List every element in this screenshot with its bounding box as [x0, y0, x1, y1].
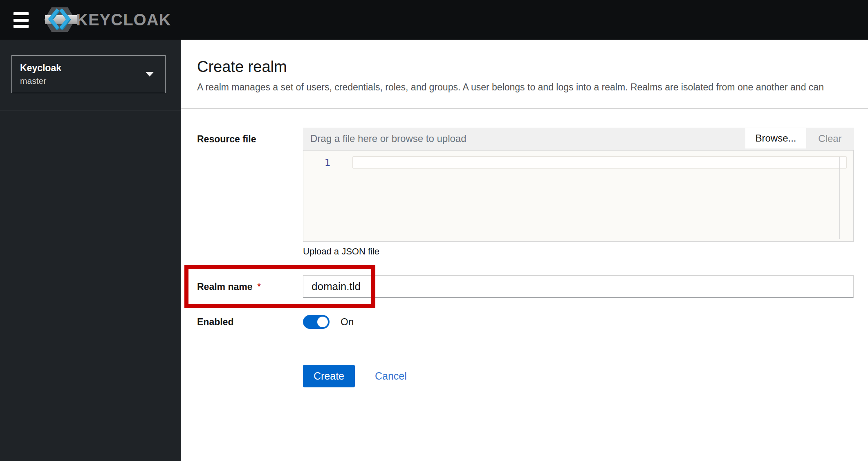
- page-description: A realm manages a set of users, credenti…: [197, 81, 868, 93]
- editor-scrollbar[interactable]: [839, 157, 840, 239]
- chevron-down-icon: [146, 72, 154, 76]
- current-realm-name: master: [20, 76, 146, 86]
- hamburger-menu-button[interactable]: [11, 11, 31, 29]
- realm-name-label: Realm name*: [197, 280, 261, 293]
- editor-line-number: 1: [303, 157, 330, 169]
- resource-file-label: Resource file: [197, 133, 256, 145]
- cancel-link[interactable]: Cancel: [375, 365, 407, 387]
- file-upload-filename-input[interactable]: [303, 128, 745, 150]
- keycloak-logo[interactable]: KEYCLOAK: [43, 7, 171, 33]
- realm-switcher-dropdown[interactable]: Keycloak master: [11, 55, 166, 93]
- masthead: KEYCLOAK: [0, 0, 868, 40]
- hamburger-icon: [13, 12, 29, 15]
- json-code-editor[interactable]: 1: [303, 150, 854, 242]
- clear-button[interactable]: Clear: [806, 128, 854, 150]
- toggle-state-label: On: [341, 316, 354, 328]
- create-realm-page: Create realm A realm manages a set of us…: [181, 40, 868, 461]
- content-divider: [181, 108, 868, 109]
- toggle-knob-icon: [317, 317, 328, 327]
- file-upload-field: Browse... Clear: [303, 128, 854, 150]
- enabled-toggle[interactable]: [303, 315, 330, 329]
- keycloak-hexagon-icon: [43, 7, 79, 33]
- sidebar: Keycloak master: [0, 40, 181, 461]
- realm-switcher-title: Keycloak: [20, 63, 146, 74]
- editor-current-line: [352, 156, 847, 169]
- brand-text: KEYCLOAK: [76, 11, 171, 29]
- page-title: Create realm: [197, 57, 287, 76]
- hamburger-icon: [13, 19, 29, 22]
- keycloak-admin-console: KEYCLOAK Keycloak master Create realm A …: [0, 0, 868, 461]
- hamburger-icon: [13, 25, 29, 28]
- required-asterisk: *: [258, 281, 261, 291]
- browse-button[interactable]: Browse...: [745, 128, 806, 148]
- enabled-label: Enabled: [197, 316, 233, 328]
- upload-helper-text: Upload a JSON file: [303, 246, 379, 257]
- realm-name-input[interactable]: [303, 275, 854, 298]
- realm-name-label-text: Realm name: [197, 281, 253, 292]
- create-button[interactable]: Create: [303, 365, 355, 387]
- sidebar-divider: [0, 110, 181, 110]
